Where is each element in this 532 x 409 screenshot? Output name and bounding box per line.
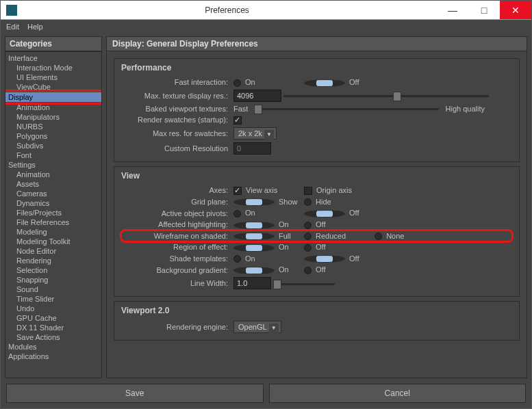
category-item[interactable]: Subdivs (5, 141, 101, 150)
category-item[interactable]: Rendering (5, 256, 101, 265)
maxtex-label: Max. texture display res.: (121, 88, 231, 103)
shade-label: Shade templates: (121, 253, 231, 265)
axes-label: Axes: (121, 185, 231, 196)
minimize-button[interactable]: — (437, 1, 468, 19)
category-item[interactable]: Dynamics (5, 198, 101, 208)
category-item[interactable]: DX 11 Shader (5, 323, 101, 332)
affected-off[interactable]: Off (304, 220, 372, 229)
group-viewport2: Viewport 2.0 Rendering engine: OpenGL▼ (114, 301, 520, 341)
baked-slider[interactable] (254, 108, 439, 110)
menu-help[interactable]: Help (27, 23, 43, 31)
category-item[interactable]: Undo (5, 304, 101, 313)
category-item[interactable]: Applications (5, 352, 101, 361)
chevron-down-icon: ▼ (269, 324, 279, 333)
category-item[interactable]: Manipulators (5, 112, 101, 122)
wireframe-none[interactable]: None (375, 232, 443, 241)
linew-slider[interactable] (273, 283, 335, 285)
wireframe-reduced[interactable]: Reduced (304, 232, 372, 241)
category-item[interactable]: Interaction Mode (5, 63, 101, 72)
maxtex-input[interactable] (233, 90, 281, 102)
grid-label: Grid plane: (121, 196, 231, 208)
shade-off[interactable]: Off (304, 254, 372, 263)
category-item[interactable]: File References (5, 217, 101, 227)
category-item[interactable]: Modeling Toolkit (5, 237, 101, 246)
category-item[interactable]: Interface (5, 53, 101, 63)
shade-on[interactable]: On (233, 254, 302, 263)
categories-header: Categories (5, 36, 102, 51)
bg-on[interactable]: On (233, 265, 302, 274)
affected-label: Affected highlighting: (121, 219, 231, 230)
linew-label: Line Width: (121, 276, 231, 291)
category-item[interactable]: GPU Cache (5, 313, 101, 323)
category-item[interactable]: Modules (5, 342, 101, 352)
category-item[interactable]: Node Editor (5, 246, 101, 256)
category-item[interactable]: Assets (5, 179, 101, 189)
bg-label: Background gradient: (121, 264, 231, 276)
grid-hide[interactable]: Hide (304, 198, 372, 207)
save-button[interactable]: Save (6, 384, 264, 403)
engine-label: Rendering engine: (121, 319, 231, 334)
titlebar[interactable]: Preferences — □ ✕ (1, 1, 531, 20)
category-item[interactable]: Font (5, 150, 101, 160)
maximize-button[interactable]: □ (468, 1, 500, 19)
affected-on[interactable]: On (233, 220, 302, 229)
close-button[interactable]: ✕ (500, 1, 531, 19)
fast-interaction-off[interactable]: Off (304, 78, 372, 87)
swatch-checkbox[interactable] (233, 116, 242, 124)
axes-view-check[interactable]: View axis (233, 186, 302, 195)
region-on[interactable]: On (233, 243, 302, 252)
baked-right-label: High quality (446, 105, 485, 113)
region-off[interactable]: Off (304, 243, 372, 252)
customres-label: Custom Resolution (121, 141, 231, 156)
bg-off[interactable]: Off (304, 265, 372, 274)
category-item[interactable]: Polygons (5, 131, 101, 141)
pivot-off[interactable]: Off (304, 209, 372, 217)
wireframe-full[interactable]: Full (233, 232, 302, 241)
category-item[interactable]: UI Elements (5, 72, 101, 82)
window-title: Preferences (17, 5, 437, 15)
customres-input (233, 142, 271, 155)
chevron-down-icon: ▼ (264, 130, 274, 140)
linew-input[interactable] (233, 277, 271, 289)
fast-interaction-on[interactable]: On (233, 78, 302, 87)
category-item[interactable]: Time Slider (5, 294, 101, 304)
categories-panel: Categories InterfaceInteraction ModeUI E… (5, 36, 102, 378)
pivot-on[interactable]: On (233, 209, 302, 217)
baked-label: Baked viewport textures: (121, 103, 231, 114)
group-title-view: View (121, 171, 512, 181)
category-item[interactable]: Display (5, 92, 101, 102)
app-icon (6, 5, 17, 16)
engine-select[interactable]: OpenGL▼ (233, 321, 281, 333)
swatch-label: Render swatches (startup): (121, 114, 231, 126)
maxtex-slider[interactable] (283, 95, 489, 97)
content-panel: Display: General Display Preferences Per… (106, 36, 527, 378)
category-item[interactable]: Sound (5, 285, 101, 294)
pivot-label: Active object pivots: (121, 207, 231, 219)
region-label: Region of effect: (121, 241, 231, 253)
category-item[interactable]: Selection (5, 265, 101, 275)
category-item[interactable]: Settings (5, 160, 101, 170)
button-row: Save Cancel (1, 378, 531, 408)
group-title-viewport2: Viewport 2.0 (121, 306, 512, 315)
category-item[interactable]: Files/Projects (5, 208, 101, 217)
grid-show[interactable]: Show (233, 198, 302, 207)
category-item[interactable]: Cameras (5, 189, 101, 198)
group-view: View Axes: View axis Origin axis Grid pl… (114, 166, 520, 297)
category-item[interactable]: Snapping (5, 275, 101, 285)
category-item[interactable]: NURBS (5, 122, 101, 131)
baked-left-label: Fast (233, 105, 248, 113)
category-item[interactable]: Modeling (5, 227, 101, 237)
wireframe-label: Wireframe on shaded: (121, 230, 231, 242)
menu-edit[interactable]: Edit (6, 23, 19, 31)
cancel-button[interactable]: Cancel (269, 384, 527, 403)
category-item[interactable]: Save Actions (5, 332, 101, 342)
group-title-performance: Performance (121, 63, 512, 72)
category-item[interactable]: Animation (5, 103, 101, 112)
preferences-window: Preferences — □ ✕ Edit Help Categories I… (0, 0, 532, 409)
swatchres-select[interactable]: 2k x 2k▼ (233, 127, 277, 140)
categories-list[interactable]: InterfaceInteraction ModeUI ElementsView… (5, 51, 102, 378)
category-item[interactable]: Animation (5, 170, 101, 179)
content-header: Display: General Display Preferences (106, 36, 527, 51)
fast-interaction-label: Fast interaction: (121, 77, 231, 88)
axes-origin-check[interactable]: Origin axis (304, 186, 372, 195)
